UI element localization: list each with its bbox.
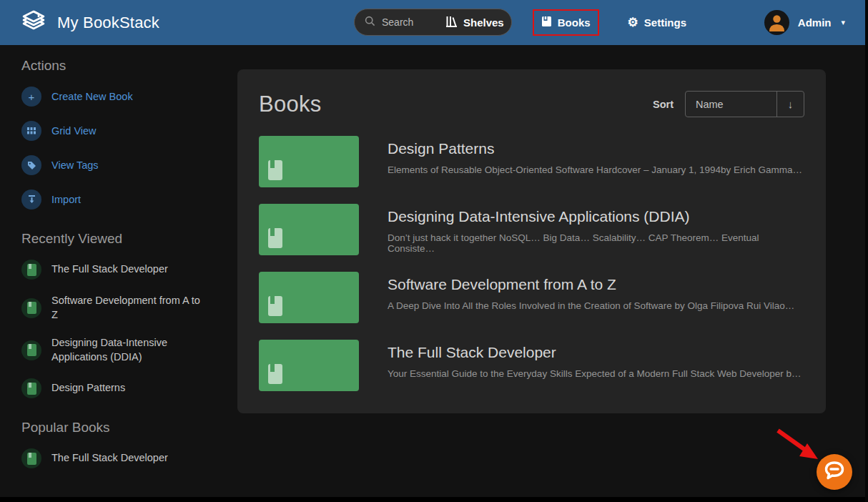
- bookstack-logo-icon: [20, 8, 47, 38]
- book-description: A Deep Dive Into All the Roles Involved …: [388, 300, 794, 311]
- book-cover: [259, 340, 359, 391]
- sort-field-button[interactable]: Name: [686, 92, 776, 117]
- user-name: Admin: [798, 16, 832, 29]
- book-icon: [21, 260, 41, 280]
- book-icon: [268, 228, 282, 248]
- sort-direction-button[interactable]: ↓: [776, 92, 804, 117]
- book-list-item[interactable]: The Full Stack Developer Your Essential …: [259, 340, 804, 391]
- tag-icon: [21, 155, 41, 175]
- arrow-down-icon: ↓: [788, 98, 794, 110]
- sort-control: Sort Name ↓: [653, 91, 804, 117]
- popular-book-item[interactable]: The Full Stack Developer: [21, 448, 222, 468]
- actions-section: Actions + Create New Book Grid View: [21, 58, 222, 210]
- search-icon: [365, 16, 375, 29]
- nav-books[interactable]: Books: [533, 9, 599, 36]
- plus-icon: +: [21, 87, 41, 107]
- book-cover: [259, 136, 359, 187]
- sidebar-item-grid-view[interactable]: Grid View: [21, 121, 222, 141]
- book-list-item[interactable]: Designing Data-Intensive Applications (D…: [259, 204, 804, 255]
- book-title: Design Patterns: [388, 140, 802, 157]
- books-panel: Books Sort Name ↓ Design Patterns Elemen…: [237, 69, 826, 413]
- recently-viewed-heading: Recently Viewed: [21, 231, 222, 247]
- book-description: Elements of Reusable Object-Oriented Sof…: [388, 164, 802, 175]
- book-icon: [268, 160, 282, 180]
- book-icon: [268, 296, 282, 316]
- chat-bubble-icon: [824, 461, 845, 483]
- recent-book-item[interactable]: Design Patterns: [21, 378, 222, 398]
- popular-books-section: Popular Books The Full Stack Developer: [21, 420, 222, 468]
- shelves-icon: [445, 16, 458, 29]
- import-icon: [21, 190, 41, 210]
- book-icon: [21, 378, 41, 398]
- app-logo[interactable]: My BookStack: [20, 8, 159, 38]
- sidebar-item-import[interactable]: Import: [21, 190, 222, 210]
- sort-label: Sort: [653, 99, 674, 110]
- sort-group: Name ↓: [685, 91, 804, 117]
- recent-book-item[interactable]: The Full Stack Developer: [21, 260, 222, 280]
- nav-shelves[interactable]: Shelves: [438, 11, 511, 34]
- grid-icon: [21, 121, 41, 141]
- nav-settings[interactable]: ⚙ Settings: [621, 11, 694, 34]
- avatar: [764, 10, 789, 35]
- book-cover: [259, 204, 359, 255]
- nav-shelves-label: Shelves: [463, 16, 504, 29]
- book-title: Software Development from A to Z: [388, 276, 794, 293]
- popular-books-heading: Popular Books: [21, 420, 222, 435]
- bottom-edge: [0, 497, 868, 502]
- actions-heading: Actions: [21, 58, 222, 74]
- gear-icon: ⚙: [628, 16, 638, 29]
- user-menu[interactable]: Admin ▾: [764, 0, 845, 45]
- right-edge: [865, 0, 868, 502]
- panel-header: Books Sort Name ↓: [259, 91, 804, 117]
- book-icon: [268, 364, 282, 384]
- top-navbar: My BookStack: [0, 0, 865, 45]
- book-icon: [21, 340, 41, 360]
- sidebar-item-view-tags[interactable]: View Tags: [21, 155, 222, 175]
- book-list-item[interactable]: Design Patterns Elements of Reusable Obj…: [259, 136, 804, 187]
- book-description: Your Essential Guide to the Everyday Ski…: [388, 368, 802, 379]
- book-icon: [541, 16, 552, 29]
- chevron-down-icon: ▾: [841, 18, 845, 27]
- bookstack-app: My BookStack: [0, 0, 868, 502]
- nav-settings-label: Settings: [644, 16, 686, 29]
- sidebar: Actions + Create New Book Grid View: [0, 45, 236, 502]
- sidebar-item-create-new-book[interactable]: + Create New Book: [21, 87, 222, 107]
- navbar-links: Shelves Books ⚙ Settings: [438, 0, 694, 45]
- book-icon: [21, 298, 41, 318]
- chat-widget-button[interactable]: [817, 454, 852, 490]
- book-list-item[interactable]: Software Development from A to Z A Deep …: [259, 272, 804, 323]
- book-icon: [21, 448, 41, 468]
- recently-viewed-section: Recently Viewed The Full Stack Developer…: [21, 231, 222, 398]
- book-description: Don’t just hack it together NoSQL… Big D…: [388, 232, 804, 254]
- app-title: My BookStack: [57, 14, 159, 32]
- recent-book-item[interactable]: Designing Data-Intensive Applications (D…: [21, 336, 222, 364]
- book-title: The Full Stack Developer: [388, 344, 802, 361]
- book-cover: [259, 272, 359, 323]
- nav-books-label: Books: [558, 16, 591, 29]
- recent-book-item[interactable]: Software Development from A to Z: [21, 294, 222, 322]
- page-title: Books: [259, 92, 322, 117]
- book-title: Designing Data-Intensive Applications (D…: [388, 208, 804, 225]
